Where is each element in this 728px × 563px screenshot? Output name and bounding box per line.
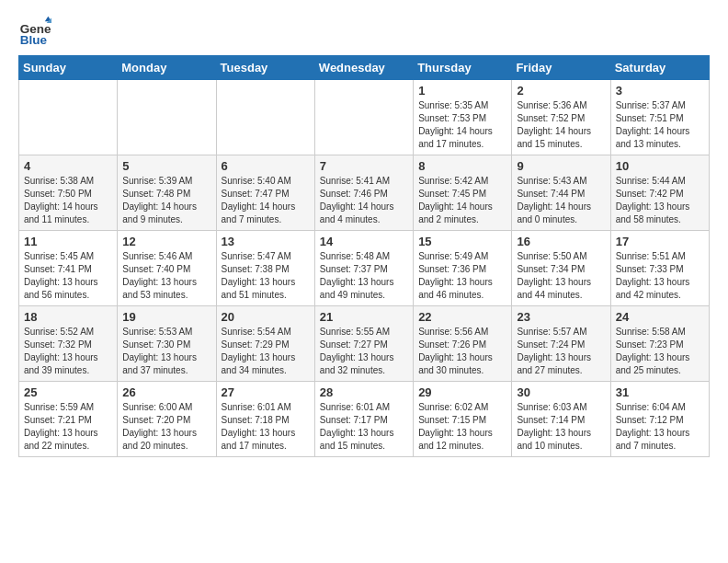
- col-header-friday: Friday: [512, 56, 610, 80]
- day-number: 12: [122, 235, 210, 248]
- calendar-cell: 12Sunrise: 5:46 AM Sunset: 7:40 PM Dayli…: [118, 231, 216, 306]
- col-header-thursday: Thursday: [414, 56, 512, 80]
- calendar-week-row: 4Sunrise: 5:38 AM Sunset: 7:50 PM Daylig…: [19, 155, 710, 231]
- day-number: 11: [24, 235, 112, 248]
- logo: General Blue: [18, 15, 51, 48]
- day-info: Sunrise: 5:59 AM Sunset: 7:21 PM Dayligh…: [24, 401, 112, 453]
- day-info: Sunrise: 5:52 AM Sunset: 7:32 PM Dayligh…: [24, 326, 112, 377]
- calendar-cell: 21Sunrise: 5:55 AM Sunset: 7:27 PM Dayli…: [314, 306, 413, 382]
- calendar-cell: 10Sunrise: 5:44 AM Sunset: 7:42 PM Dayli…: [610, 155, 709, 231]
- calendar-cell: 19Sunrise: 5:53 AM Sunset: 7:30 PM Dayli…: [118, 306, 216, 382]
- calendar-cell: 31Sunrise: 6:04 AM Sunset: 7:12 PM Dayli…: [610, 382, 709, 457]
- calendar-cell: 5Sunrise: 5:39 AM Sunset: 7:48 PM Daylig…: [118, 155, 216, 231]
- calendar-cell: 20Sunrise: 5:54 AM Sunset: 7:29 PM Dayli…: [216, 306, 314, 382]
- calendar-cell: 23Sunrise: 5:57 AM Sunset: 7:24 PM Dayli…: [512, 306, 610, 382]
- col-header-saturday: Saturday: [610, 56, 709, 80]
- day-number: 21: [320, 310, 408, 324]
- calendar-cell: 25Sunrise: 5:59 AM Sunset: 7:21 PM Dayli…: [19, 382, 118, 457]
- day-info: Sunrise: 5:55 AM Sunset: 7:27 PM Dayligh…: [320, 326, 408, 377]
- col-header-sunday: Sunday: [19, 56, 118, 80]
- day-number: 8: [418, 159, 506, 173]
- calendar-cell: 28Sunrise: 6:01 AM Sunset: 7:17 PM Dayli…: [314, 382, 413, 457]
- col-header-tuesday: Tuesday: [216, 56, 314, 80]
- day-info: Sunrise: 5:49 AM Sunset: 7:36 PM Dayligh…: [418, 250, 506, 302]
- calendar-cell: 6Sunrise: 5:40 AM Sunset: 7:47 PM Daylig…: [216, 155, 314, 231]
- calendar-cell: [19, 80, 118, 155]
- calendar-cell: 27Sunrise: 6:01 AM Sunset: 7:18 PM Dayli…: [216, 382, 314, 457]
- calendar-cell: [314, 80, 413, 155]
- calendar-week-row: 1Sunrise: 5:35 AM Sunset: 7:53 PM Daylig…: [19, 80, 710, 155]
- day-number: 15: [418, 235, 506, 248]
- day-number: 4: [24, 159, 112, 173]
- calendar-cell: [216, 80, 314, 155]
- calendar-cell: 16Sunrise: 5:50 AM Sunset: 7:34 PM Dayli…: [512, 231, 610, 306]
- day-info: Sunrise: 5:37 AM Sunset: 7:51 PM Dayligh…: [616, 99, 704, 151]
- calendar-cell: 18Sunrise: 5:52 AM Sunset: 7:32 PM Dayli…: [19, 306, 118, 382]
- day-number: 19: [122, 310, 210, 324]
- calendar-week-row: 11Sunrise: 5:45 AM Sunset: 7:41 PM Dayli…: [19, 231, 710, 306]
- calendar-cell: 1Sunrise: 5:35 AM Sunset: 7:53 PM Daylig…: [414, 80, 512, 155]
- calendar-cell: 4Sunrise: 5:38 AM Sunset: 7:50 PM Daylig…: [19, 155, 118, 231]
- day-number: 23: [517, 310, 605, 324]
- calendar-cell: 26Sunrise: 6:00 AM Sunset: 7:20 PM Dayli…: [118, 382, 216, 457]
- day-info: Sunrise: 5:45 AM Sunset: 7:41 PM Dayligh…: [24, 250, 112, 302]
- calendar-cell: 2Sunrise: 5:36 AM Sunset: 7:52 PM Daylig…: [512, 80, 610, 155]
- day-info: Sunrise: 5:39 AM Sunset: 7:48 PM Dayligh…: [122, 175, 210, 226]
- day-info: Sunrise: 5:53 AM Sunset: 7:30 PM Dayligh…: [122, 326, 210, 377]
- day-number: 6: [222, 159, 310, 173]
- day-info: Sunrise: 5:56 AM Sunset: 7:26 PM Dayligh…: [418, 326, 506, 377]
- day-info: Sunrise: 5:50 AM Sunset: 7:34 PM Dayligh…: [517, 250, 605, 302]
- col-header-monday: Monday: [118, 56, 216, 80]
- calendar-cell: [118, 80, 216, 155]
- page-header: General Blue: [18, 15, 710, 48]
- day-number: 3: [616, 84, 704, 98]
- day-number: 28: [320, 385, 408, 399]
- calendar-cell: 30Sunrise: 6:03 AM Sunset: 7:14 PM Dayli…: [512, 382, 610, 457]
- calendar-cell: 24Sunrise: 5:58 AM Sunset: 7:23 PM Dayli…: [610, 306, 709, 382]
- day-info: Sunrise: 5:58 AM Sunset: 7:23 PM Dayligh…: [616, 326, 704, 377]
- day-info: Sunrise: 5:44 AM Sunset: 7:42 PM Dayligh…: [616, 175, 704, 226]
- day-number: 1: [418, 84, 506, 98]
- day-info: Sunrise: 5:54 AM Sunset: 7:29 PM Dayligh…: [222, 326, 310, 377]
- day-number: 30: [517, 385, 605, 399]
- day-number: 13: [222, 235, 310, 248]
- day-number: 17: [616, 235, 704, 248]
- day-info: Sunrise: 5:38 AM Sunset: 7:50 PM Dayligh…: [24, 175, 112, 226]
- day-info: Sunrise: 5:46 AM Sunset: 7:40 PM Dayligh…: [122, 250, 210, 302]
- svg-text:Blue: Blue: [20, 33, 48, 47]
- day-number: 24: [616, 310, 704, 324]
- calendar-cell: 29Sunrise: 6:02 AM Sunset: 7:15 PM Dayli…: [414, 382, 512, 457]
- calendar-week-row: 25Sunrise: 5:59 AM Sunset: 7:21 PM Dayli…: [19, 382, 710, 457]
- day-info: Sunrise: 5:36 AM Sunset: 7:52 PM Dayligh…: [517, 99, 605, 151]
- day-number: 22: [418, 310, 506, 324]
- calendar-cell: 15Sunrise: 5:49 AM Sunset: 7:36 PM Dayli…: [414, 231, 512, 306]
- day-number: 16: [517, 235, 605, 248]
- day-info: Sunrise: 6:01 AM Sunset: 7:18 PM Dayligh…: [222, 401, 310, 453]
- calendar-cell: 14Sunrise: 5:48 AM Sunset: 7:37 PM Dayli…: [314, 231, 413, 306]
- calendar-table: SundayMondayTuesdayWednesdayThursdayFrid…: [18, 55, 710, 457]
- day-number: 29: [418, 385, 506, 399]
- logo-icon: General Blue: [18, 15, 51, 48]
- day-number: 27: [222, 385, 310, 399]
- calendar-cell: 9Sunrise: 5:43 AM Sunset: 7:44 PM Daylig…: [512, 155, 610, 231]
- day-info: Sunrise: 5:47 AM Sunset: 7:38 PM Dayligh…: [222, 250, 310, 302]
- day-info: Sunrise: 5:35 AM Sunset: 7:53 PM Dayligh…: [418, 99, 506, 151]
- calendar-cell: 17Sunrise: 5:51 AM Sunset: 7:33 PM Dayli…: [610, 231, 709, 306]
- calendar-cell: 13Sunrise: 5:47 AM Sunset: 7:38 PM Dayli…: [216, 231, 314, 306]
- day-info: Sunrise: 5:43 AM Sunset: 7:44 PM Dayligh…: [517, 175, 605, 226]
- day-info: Sunrise: 6:02 AM Sunset: 7:15 PM Dayligh…: [418, 401, 506, 453]
- col-header-wednesday: Wednesday: [314, 56, 413, 80]
- day-number: 7: [320, 159, 408, 173]
- day-info: Sunrise: 5:57 AM Sunset: 7:24 PM Dayligh…: [517, 326, 605, 377]
- day-info: Sunrise: 5:42 AM Sunset: 7:45 PM Dayligh…: [418, 175, 506, 226]
- day-number: 25: [24, 385, 112, 399]
- calendar-cell: 8Sunrise: 5:42 AM Sunset: 7:45 PM Daylig…: [414, 155, 512, 231]
- day-info: Sunrise: 5:40 AM Sunset: 7:47 PM Dayligh…: [222, 175, 310, 226]
- day-info: Sunrise: 5:48 AM Sunset: 7:37 PM Dayligh…: [320, 250, 408, 302]
- day-info: Sunrise: 6:00 AM Sunset: 7:20 PM Dayligh…: [122, 401, 210, 453]
- calendar-week-row: 18Sunrise: 5:52 AM Sunset: 7:32 PM Dayli…: [19, 306, 710, 382]
- day-number: 9: [517, 159, 605, 173]
- day-number: 20: [222, 310, 310, 324]
- day-info: Sunrise: 6:04 AM Sunset: 7:12 PM Dayligh…: [616, 401, 704, 453]
- day-info: Sunrise: 6:03 AM Sunset: 7:14 PM Dayligh…: [517, 401, 605, 453]
